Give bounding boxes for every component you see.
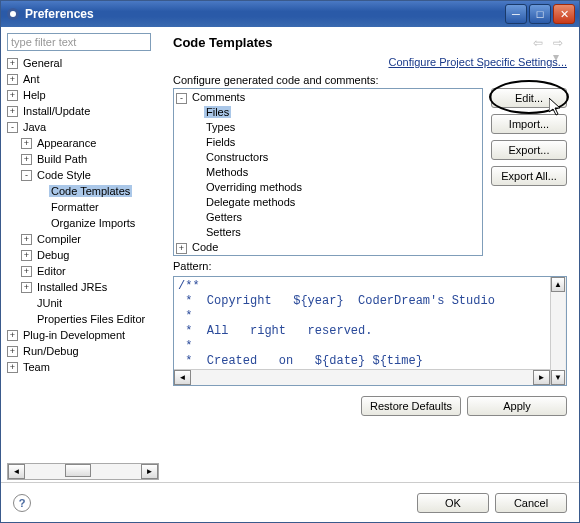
tree-label[interactable]: Appearance (35, 137, 98, 149)
tree-item[interactable]: +Appearance (7, 135, 159, 151)
tree-label[interactable]: Debug (35, 249, 71, 261)
ok-button[interactable]: OK (417, 493, 489, 513)
tree-twisty[interactable]: + (7, 346, 18, 357)
tree-item[interactable]: Formatter (7, 199, 159, 215)
tree-item[interactable]: +Plug-in Development (7, 327, 159, 343)
export-button[interactable]: Export... (491, 140, 567, 160)
tree-item[interactable]: -Comments (176, 91, 482, 106)
tree-label[interactable]: Organize Imports (49, 217, 137, 229)
tree-item[interactable]: -Code Style (7, 167, 159, 183)
back-icon[interactable]: ⇦ (533, 36, 547, 50)
tree-item[interactable]: Overriding methods (176, 181, 482, 196)
help-icon[interactable]: ? (13, 494, 31, 512)
restore-defaults-button[interactable]: Restore Defaults (361, 396, 461, 416)
pattern-scroll-up[interactable]: ▲ (551, 277, 565, 292)
maximize-button[interactable]: □ (529, 4, 551, 24)
tree-item[interactable]: +Code (176, 241, 482, 256)
pattern-vscroll[interactable]: ▲ ▼ (550, 277, 566, 385)
tree-item[interactable]: +Run/Debug (7, 343, 159, 359)
tree-label[interactable]: Compiler (35, 233, 83, 245)
tree-item[interactable]: +Team (7, 359, 159, 375)
tree-item[interactable]: -Java (7, 119, 159, 135)
sidebar-hscroll[interactable]: ◄ ► (7, 463, 159, 480)
tree-label[interactable]: Types (204, 121, 237, 133)
tree-label[interactable]: Code Templates (49, 185, 132, 197)
tree-label[interactable]: Methods (204, 166, 250, 178)
tree-twisty[interactable]: + (21, 282, 32, 293)
tree-twisty[interactable]: + (7, 58, 18, 69)
tree-twisty[interactable]: - (176, 93, 187, 104)
tree-label[interactable]: Formatter (49, 201, 101, 213)
tree-label[interactable]: Comments (190, 91, 247, 103)
tree-item[interactable]: Getters (176, 211, 482, 226)
tree-item[interactable]: +Ant (7, 71, 159, 87)
templates-tree[interactable]: -CommentsFilesTypesFieldsConstructorsMet… (173, 88, 483, 256)
tree-label[interactable]: Code Style (35, 169, 93, 181)
tree-twisty[interactable]: + (21, 250, 32, 261)
cancel-button[interactable]: Cancel (495, 493, 567, 513)
pattern-scroll-left[interactable]: ◄ (174, 370, 191, 385)
tree-twisty[interactable]: + (7, 106, 18, 117)
tree-item[interactable]: +Debug (7, 247, 159, 263)
scroll-right-button[interactable]: ► (141, 464, 158, 479)
tree-item[interactable]: +Install/Update (7, 103, 159, 119)
tree-label[interactable]: Overriding methods (204, 181, 304, 193)
tree-item[interactable]: Constructors (176, 151, 482, 166)
tree-twisty[interactable]: + (7, 74, 18, 85)
edit-button[interactable]: Edit... (491, 88, 567, 108)
project-specific-link[interactable]: Configure Project Specific Settings... (388, 56, 567, 68)
forward-icon[interactable]: ⇨ ▾ (553, 36, 567, 50)
tree-twisty[interactable]: - (21, 170, 32, 181)
tree-twisty[interactable]: + (21, 234, 32, 245)
tree-item[interactable]: Setters (176, 226, 482, 241)
tree-item[interactable]: +Help (7, 87, 159, 103)
tree-twisty[interactable]: + (21, 154, 32, 165)
tree-label[interactable]: Help (21, 89, 48, 101)
preferences-tree[interactable]: +General+Ant+Help+Install/Update-Java+Ap… (7, 55, 159, 463)
tree-label[interactable]: Build Path (35, 153, 89, 165)
tree-label[interactable]: JUnit (35, 297, 64, 309)
tree-label[interactable]: Code (190, 241, 220, 253)
tree-item[interactable]: Methods (176, 166, 482, 181)
titlebar[interactable]: Preferences ─ □ ✕ (1, 1, 579, 27)
tree-twisty[interactable]: + (7, 90, 18, 101)
tree-label[interactable]: Getters (204, 211, 244, 223)
tree-label[interactable]: Plug-in Development (21, 329, 127, 341)
tree-twisty[interactable]: + (21, 266, 32, 277)
tree-item[interactable]: Properties Files Editor (7, 311, 159, 327)
tree-item[interactable]: JUnit (7, 295, 159, 311)
tree-label[interactable]: Properties Files Editor (35, 313, 147, 325)
minimize-button[interactable]: ─ (505, 4, 527, 24)
tree-label[interactable]: Setters (204, 226, 243, 238)
tree-item[interactable]: +Editor (7, 263, 159, 279)
tree-twisty[interactable]: + (21, 138, 32, 149)
tree-item[interactable]: Organize Imports (7, 215, 159, 231)
import-button[interactable]: Import... (491, 114, 567, 134)
pattern-vscroll-track[interactable] (551, 292, 565, 370)
tree-item[interactable]: +Build Path (7, 151, 159, 167)
pattern-scroll-right[interactable]: ► (533, 370, 550, 385)
scroll-track[interactable] (25, 464, 141, 479)
tree-label[interactable]: Team (21, 361, 52, 373)
tree-label[interactable]: Constructors (204, 151, 270, 163)
apply-button[interactable]: Apply (467, 396, 567, 416)
pattern-hscroll[interactable]: ◄ ► (174, 369, 550, 385)
pattern-scroll-down[interactable]: ▼ (551, 370, 565, 385)
scroll-left-button[interactable]: ◄ (8, 464, 25, 479)
tree-twisty[interactable]: + (7, 330, 18, 341)
tree-item[interactable]: Types (176, 121, 482, 136)
tree-item[interactable]: Code Templates (7, 183, 159, 199)
tree-label[interactable]: Installed JREs (35, 281, 109, 293)
tree-item[interactable]: Delegate methods (176, 196, 482, 211)
tree-item[interactable]: +Compiler (7, 231, 159, 247)
pattern-scroll-track[interactable] (191, 370, 533, 385)
close-button[interactable]: ✕ (553, 4, 575, 24)
tree-label[interactable]: Editor (35, 265, 68, 277)
filter-input[interactable] (7, 33, 151, 51)
tree-label[interactable]: Ant (21, 73, 42, 85)
tree-label[interactable]: Fields (204, 136, 237, 148)
tree-label[interactable]: General (21, 57, 64, 69)
tree-item[interactable]: Files (176, 106, 482, 121)
scroll-thumb[interactable] (65, 464, 91, 477)
tree-label[interactable]: Run/Debug (21, 345, 81, 357)
